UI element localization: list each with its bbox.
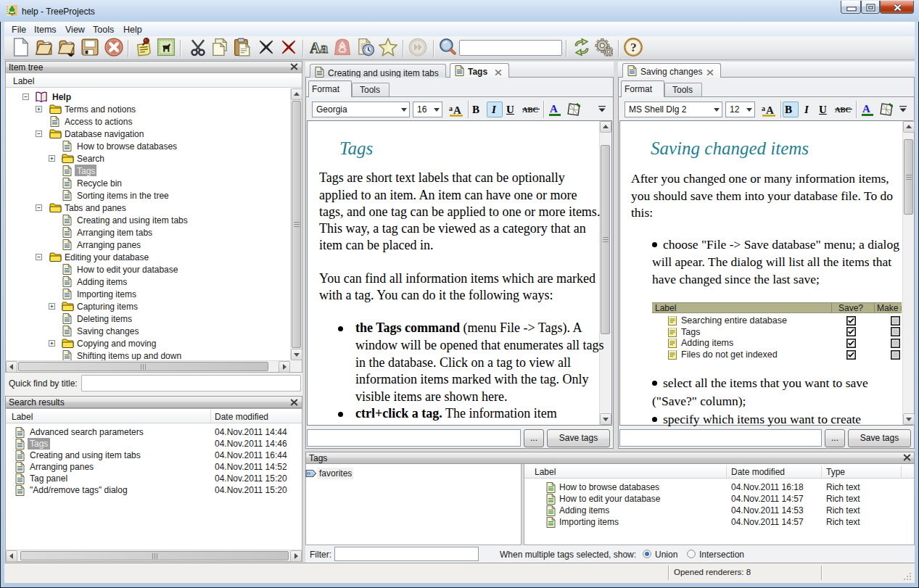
svg-text:a: a <box>762 104 765 112</box>
svg-text:A: A <box>453 104 461 116</box>
svg-text:Aa: Aa <box>310 40 328 56</box>
svg-text:A: A <box>766 104 774 116</box>
svg-text:a: a <box>449 104 453 112</box>
svg-text:A: A <box>550 103 558 115</box>
svg-text:A: A <box>862 103 870 115</box>
svg-text:ABC: ABC <box>522 106 538 114</box>
svg-text:ABC: ABC <box>835 106 851 114</box>
svg-text:?: ? <box>630 41 637 54</box>
